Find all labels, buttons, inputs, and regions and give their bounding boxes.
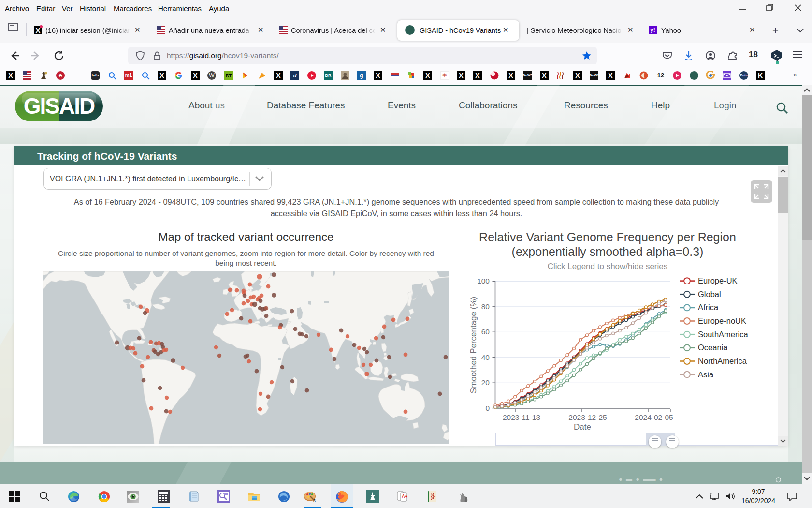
svg-text:Global: Global bbox=[698, 290, 721, 299]
svg-text:Oceania: Oceania bbox=[698, 343, 728, 352]
svg-text:20: 20 bbox=[481, 378, 490, 387]
svg-text:6: 6 bbox=[313, 498, 316, 503]
svg-text:Asia: Asia bbox=[698, 370, 714, 379]
svg-text:Europe-noUK: Europe-noUK bbox=[698, 316, 746, 325]
svg-text:80: 80 bbox=[481, 302, 490, 311]
svg-text:SouthAmerica: SouthAmerica bbox=[698, 330, 748, 339]
svg-text:NorthAmerica: NorthAmerica bbox=[698, 357, 747, 365]
svg-text:Date: Date bbox=[574, 422, 591, 432]
svg-text:Smoothed Percentage (%): Smoothed Percentage (%) bbox=[469, 297, 478, 393]
svg-text:0: 0 bbox=[485, 404, 490, 412]
svg-text:40: 40 bbox=[481, 353, 490, 361]
svg-text:2023-12-25: 2023-12-25 bbox=[568, 413, 607, 421]
svg-text:2024-02-05: 2024-02-05 bbox=[635, 413, 673, 421]
svg-text:A♥: A♥ bbox=[402, 494, 408, 499]
svg-text:Africa: Africa bbox=[698, 303, 719, 312]
svg-text:100: 100 bbox=[477, 277, 490, 285]
svg-text:Europe-UK: Europe-UK bbox=[698, 276, 738, 285]
svg-text:60: 60 bbox=[481, 328, 490, 336]
svg-text:2023-11-13: 2023-11-13 bbox=[503, 413, 540, 421]
